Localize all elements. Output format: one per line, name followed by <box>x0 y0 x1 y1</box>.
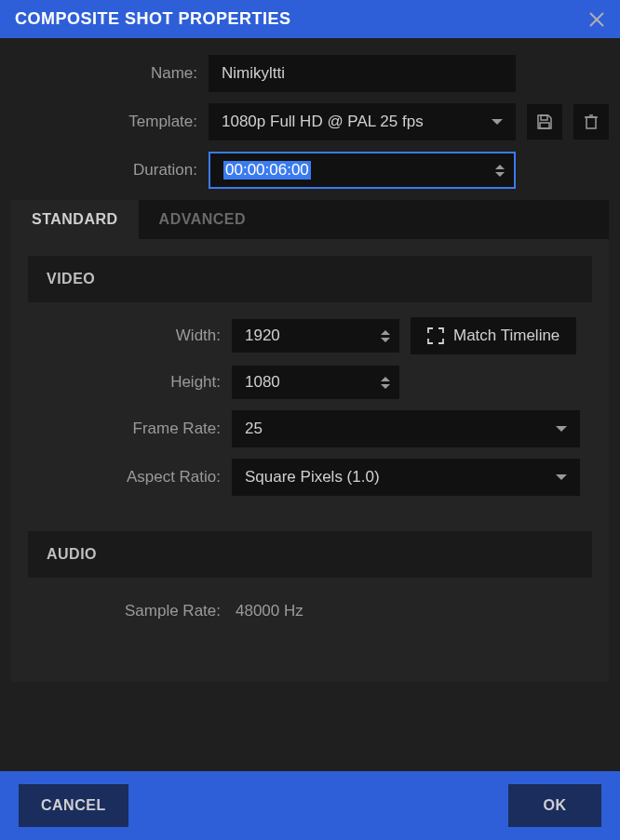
save-template-button[interactable] <box>527 104 562 140</box>
duration-input[interactable]: 00:00:06:00 <box>209 152 516 189</box>
dialog-title: COMPOSITE SHOT PROPERTIES <box>15 9 291 29</box>
width-value: 1920 <box>245 327 280 345</box>
height-value: 1080 <box>245 373 280 392</box>
spinner-up-icon[interactable] <box>495 165 505 169</box>
trash-icon <box>584 113 599 130</box>
framerate-select[interactable]: 25 <box>232 410 580 447</box>
delete-template-button[interactable] <box>573 104 609 140</box>
aspect-select[interactable]: Square Pixels (1.0) <box>232 459 580 496</box>
tab-advanced[interactable]: ADVANCED <box>139 200 266 239</box>
samplerate-value: 48000 Hz <box>232 593 307 630</box>
spinner-down-icon[interactable] <box>381 384 390 389</box>
width-input[interactable]: 1920 <box>232 319 399 353</box>
duration-value: 00:00:06:00 <box>223 161 311 180</box>
spinner-down-icon[interactable] <box>495 172 505 177</box>
cancel-button[interactable]: CANCEL <box>19 784 128 827</box>
match-timeline-label: Match Timeline <box>453 327 559 345</box>
video-section: VIDEO Width: 1920 <box>28 256 592 514</box>
svg-rect-3 <box>540 123 549 128</box>
chevron-down-icon <box>492 119 503 125</box>
samplerate-label: Sample Rate: <box>39 602 221 620</box>
dialog-content: Name: Template: 1080p Full HD @ PAL 25 f… <box>0 38 620 771</box>
chevron-down-icon <box>556 474 567 480</box>
close-icon[interactable] <box>588 11 605 28</box>
framerate-value: 25 <box>245 420 263 438</box>
height-input[interactable]: 1080 <box>232 366 399 399</box>
spinner-up-icon[interactable] <box>381 330 390 335</box>
template-value: 1080p Full HD @ PAL 25 fps <box>222 113 424 131</box>
titlebar: COMPOSITE SHOT PROPERTIES <box>0 0 620 38</box>
tab-standard[interactable]: STANDARD <box>11 200 139 239</box>
tabs-container: STANDARD ADVANCED VIDEO Width: 1920 <box>11 200 609 682</box>
dialog-footer: CANCEL OK <box>0 771 620 840</box>
svg-rect-4 <box>586 117 596 128</box>
template-label: Template: <box>11 113 197 131</box>
framerate-label: Frame Rate: <box>39 420 221 438</box>
spinner-down-icon[interactable] <box>381 338 390 342</box>
audio-header: AUDIO <box>28 531 592 578</box>
svg-rect-2 <box>541 115 547 120</box>
chevron-down-icon <box>556 426 567 432</box>
spinner-up-icon[interactable] <box>381 377 390 381</box>
aspect-value: Square Pixels (1.0) <box>245 468 380 487</box>
audio-section: AUDIO Sample Rate: 48000 Hz <box>28 531 592 648</box>
tabs-header: STANDARD ADVANCED <box>11 200 609 239</box>
tab-body: VIDEO Width: 1920 <box>11 239 609 682</box>
expand-icon <box>427 327 444 344</box>
template-select[interactable]: 1080p Full HD @ PAL 25 fps <box>209 103 516 140</box>
name-input[interactable] <box>209 55 516 92</box>
name-label: Name: <box>11 64 197 83</box>
aspect-label: Aspect Ratio: <box>39 468 221 487</box>
ok-button[interactable]: OK <box>508 784 601 827</box>
save-icon <box>536 113 553 130</box>
height-label: Height: <box>39 373 221 392</box>
video-header: VIDEO <box>28 256 592 302</box>
width-label: Width: <box>39 327 221 345</box>
match-timeline-button[interactable]: Match Timeline <box>411 317 576 354</box>
duration-label: Duration: <box>11 161 197 180</box>
composite-shot-dialog: COMPOSITE SHOT PROPERTIES Name: Template… <box>0 0 620 840</box>
